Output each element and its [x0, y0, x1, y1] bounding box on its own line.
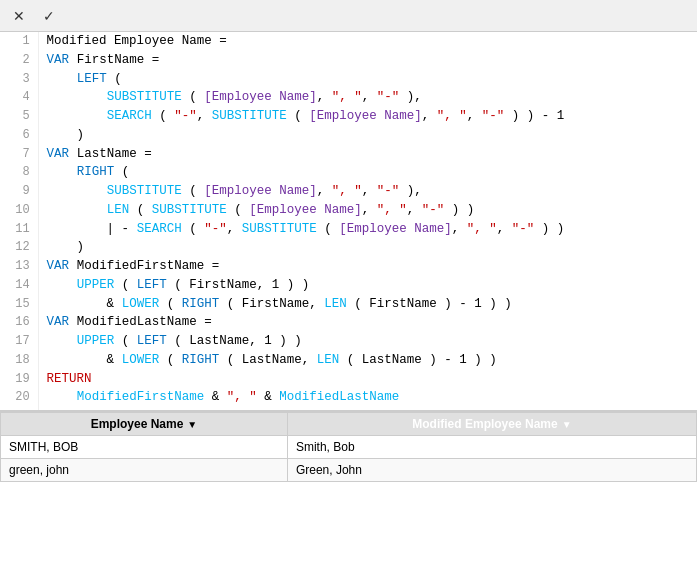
line-content: VAR LastName = — [38, 145, 697, 164]
line-number: 3 — [0, 70, 38, 89]
column-header[interactable]: Employee Name▼ — [1, 413, 288, 436]
line-content: ) — [38, 238, 697, 257]
code-line: 3 LEFT ( — [0, 70, 697, 89]
modified-name-cell: Smith, Bob — [287, 436, 696, 459]
line-content: RETURN — [38, 370, 697, 389]
line-number: 5 — [0, 107, 38, 126]
code-editor: 1Modified Employee Name = 2VAR FirstName… — [0, 32, 697, 412]
line-number: 11 — [0, 220, 38, 239]
line-number: 9 — [0, 182, 38, 201]
employee-name-cell: green, john — [1, 459, 288, 482]
column-dropdown-icon[interactable]: ▼ — [562, 419, 572, 430]
line-number: 6 — [0, 126, 38, 145]
code-line: 7VAR LastName = — [0, 145, 697, 164]
employee-name-cell: SMITH, BOB — [1, 436, 288, 459]
column-header[interactable]: Modified Employee Name▼ — [287, 413, 696, 436]
code-line: 9 SUBSTITUTE ( [Employee Name], ", ", "-… — [0, 182, 697, 201]
code-line: 6 ) — [0, 126, 697, 145]
line-number: 14 — [0, 276, 38, 295]
line-content: SUBSTITUTE ( [Employee Name], ", ", "-" … — [38, 182, 697, 201]
line-number: 7 — [0, 145, 38, 164]
code-line: 8 RIGHT ( — [0, 163, 697, 182]
column-label: Modified Employee Name — [412, 417, 557, 431]
cancel-button[interactable]: ✕ — [6, 3, 32, 29]
code-line: 15 & LOWER ( RIGHT ( FirstName, LEN ( Fi… — [0, 295, 697, 314]
line-content: ModifiedFirstName & ", " & ModifiedLastN… — [38, 388, 697, 407]
line-number: 8 — [0, 163, 38, 182]
line-content: UPPER ( LEFT ( LastName, 1 ) ) — [38, 332, 697, 351]
line-content: VAR ModifiedLastName = — [38, 313, 697, 332]
code-line: 1Modified Employee Name = — [0, 32, 697, 51]
modified-name-cell: Green, John — [287, 459, 696, 482]
code-line: 19RETURN — [0, 370, 697, 389]
line-content: SUBSTITUTE ( [Employee Name], ", ", "-" … — [38, 88, 697, 107]
line-content: SEARCH ( "-", SUBSTITUTE ( [Employee Nam… — [38, 107, 697, 126]
confirm-button[interactable]: ✓ — [36, 3, 62, 29]
code-line: 4 SUBSTITUTE ( [Employee Name], ", ", "-… — [0, 88, 697, 107]
line-content: | - SEARCH ( "-", SUBSTITUTE ( [Employee… — [38, 220, 697, 239]
code-line: 16VAR ModifiedLastName = — [0, 313, 697, 332]
line-number: 2 — [0, 51, 38, 70]
line-content: LEN ( SUBSTITUTE ( [Employee Name], ", "… — [38, 201, 697, 220]
code-line: 12 ) — [0, 238, 697, 257]
line-number: 15 — [0, 295, 38, 314]
line-content: UPPER ( LEFT ( FirstName, 1 ) ) — [38, 276, 697, 295]
line-number: 17 — [0, 332, 38, 351]
line-number: 10 — [0, 201, 38, 220]
line-content: Modified Employee Name = — [38, 32, 697, 51]
data-grid-container: Employee Name▼Modified Employee Name▼ SM… — [0, 412, 697, 563]
code-line: 13VAR ModifiedFirstName = — [0, 257, 697, 276]
line-number: 19 — [0, 370, 38, 389]
table-row: SMITH, BOBSmith, Bob — [1, 436, 697, 459]
line-number: 12 — [0, 238, 38, 257]
line-number: 18 — [0, 351, 38, 370]
line-number: 16 — [0, 313, 38, 332]
line-number: 1 — [0, 32, 38, 51]
line-number: 20 — [0, 388, 38, 407]
line-number: 13 — [0, 257, 38, 276]
line-content: & LOWER ( RIGHT ( FirstName, LEN ( First… — [38, 295, 697, 314]
line-content: VAR FirstName = — [38, 51, 697, 70]
code-line: 2VAR FirstName = — [0, 51, 697, 70]
code-line: 17 UPPER ( LEFT ( LastName, 1 ) ) — [0, 332, 697, 351]
toolbar: ✕ ✓ — [0, 0, 697, 32]
code-line: 10 LEN ( SUBSTITUTE ( [Employee Name], "… — [0, 201, 697, 220]
code-line: 18 & LOWER ( RIGHT ( LastName, LEN ( Las… — [0, 351, 697, 370]
column-dropdown-icon[interactable]: ▼ — [187, 419, 197, 430]
line-content: LEFT ( — [38, 70, 697, 89]
line-content: ) — [38, 126, 697, 145]
code-line: 11 | - SEARCH ( "-", SUBSTITUTE ( [Emplo… — [0, 220, 697, 239]
code-line: 20 ModifiedFirstName & ", " & ModifiedLa… — [0, 388, 697, 407]
line-content: & LOWER ( RIGHT ( LastName, LEN ( LastNa… — [38, 351, 697, 370]
code-line: 14 UPPER ( LEFT ( FirstName, 1 ) ) — [0, 276, 697, 295]
code-line: 5 SEARCH ( "-", SUBSTITUTE ( [Employee N… — [0, 107, 697, 126]
table-row: green, johnGreen, John — [1, 459, 697, 482]
line-content: RIGHT ( — [38, 163, 697, 182]
line-number: 4 — [0, 88, 38, 107]
line-content: VAR ModifiedFirstName = — [38, 257, 697, 276]
column-label: Employee Name — [91, 417, 184, 431]
